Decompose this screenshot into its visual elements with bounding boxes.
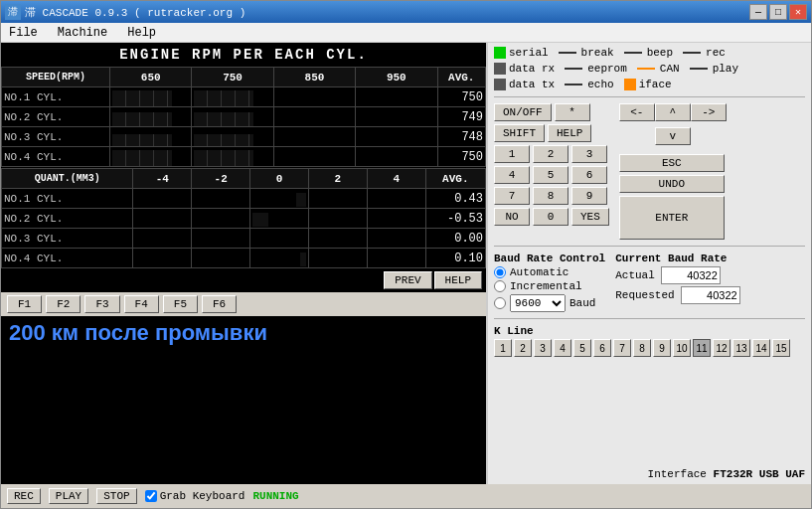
stop-button[interactable]: STOP: [96, 488, 136, 504]
onoff-button[interactable]: ON/OFF: [494, 103, 552, 121]
kline-5[interactable]: 5: [573, 339, 591, 357]
rpm-header-950: 950: [356, 68, 437, 87]
num1-button[interactable]: 1: [494, 145, 530, 163]
kline-6[interactable]: 6: [593, 339, 611, 357]
rpm-label-1: NO.1 CYL.: [2, 87, 110, 107]
requested-value[interactable]: [681, 286, 740, 304]
baud-value-row: 9600 19200 38400 Baud: [494, 294, 605, 312]
datarx-label: data rx: [509, 63, 555, 75]
chart-title: ENGINE RPM PER EACH CYL.: [1, 43, 486, 67]
kline-13[interactable]: 13: [732, 339, 750, 357]
arrow-right-button[interactable]: ->: [691, 103, 727, 121]
f6-button[interactable]: F6: [202, 295, 237, 313]
left-panel: ENGINE RPM PER EACH CYL. SPEED(RPM) 650 …: [1, 43, 488, 484]
kline-9[interactable]: 9: [653, 339, 671, 357]
baud-select[interactable]: 9600 19200 38400: [510, 294, 566, 312]
kline-7[interactable]: 7: [613, 339, 631, 357]
rec-button[interactable]: REC: [7, 488, 41, 504]
automatic-radio-label[interactable]: Automatic: [494, 266, 605, 278]
indicators-row1: serial break beep rec: [494, 47, 805, 59]
quant-bar-2-2: [192, 209, 250, 229]
shift-button[interactable]: SHIFT: [494, 124, 545, 142]
arrow-up-button[interactable]: ^: [655, 103, 691, 121]
play-label: play: [713, 63, 738, 75]
enter-button[interactable]: ENTER: [619, 196, 725, 240]
f2-button[interactable]: F2: [46, 295, 81, 313]
quant-bar-1-1: [133, 189, 192, 209]
kline-1[interactable]: 1: [494, 339, 512, 357]
f3-button[interactable]: F3: [84, 295, 119, 313]
kline-3[interactable]: 3: [534, 339, 552, 357]
baud-value-radio[interactable]: [494, 297, 506, 309]
rpm-bar-4-850: [273, 147, 355, 167]
baud-area: Baud Rate Control Automatic Incremental …: [494, 253, 805, 312]
num5-button[interactable]: 5: [533, 166, 568, 184]
arrow-down-button[interactable]: v: [655, 127, 691, 145]
f5-button[interactable]: F5: [163, 295, 198, 313]
quant-header-plus4: 4: [367, 169, 425, 189]
incremental-radio[interactable]: [494, 280, 506, 292]
maximize-button[interactable]: □: [769, 4, 787, 20]
kline-8[interactable]: 8: [633, 339, 651, 357]
num9-button[interactable]: 9: [571, 187, 607, 205]
kline-11[interactable]: 11: [693, 339, 711, 357]
quant-bar-4-2: [192, 249, 250, 268]
menu-help[interactable]: Help: [123, 25, 160, 41]
kline-4[interactable]: 4: [554, 339, 571, 357]
arrow-left-button[interactable]: <-: [619, 103, 655, 121]
kline-14[interactable]: 14: [752, 339, 770, 357]
num6-button[interactable]: 6: [571, 166, 607, 184]
kline-15[interactable]: 15: [772, 339, 790, 357]
star-button[interactable]: *: [555, 103, 590, 121]
left-controls: ON/OFF * SHIFT HELP 1 2 3: [494, 103, 609, 226]
grab-keyboard-checkbox[interactable]: [145, 490, 157, 502]
num3-button[interactable]: 3: [571, 145, 607, 163]
esc-button[interactable]: ESC: [619, 154, 725, 172]
quant-bar-4-1: [133, 249, 192, 268]
num7-button[interactable]: 7: [494, 187, 530, 205]
f4-button[interactable]: F4: [124, 295, 159, 313]
play-button[interactable]: PLAY: [49, 488, 88, 504]
echo-dash: [565, 84, 582, 85]
automatic-radio[interactable]: [494, 266, 506, 278]
can-dash: [637, 68, 655, 70]
num0-button[interactable]: 0: [533, 208, 568, 226]
grab-keyboard-text: Grab Keyboard: [160, 490, 245, 502]
num4-button[interactable]: 4: [494, 166, 530, 184]
actual-value[interactable]: [661, 266, 721, 284]
play-indicator: play: [690, 63, 738, 75]
chart-help-button[interactable]: HELP: [434, 271, 482, 289]
menu-file[interactable]: File: [5, 25, 42, 41]
yes-button[interactable]: YES: [571, 208, 609, 226]
incremental-radio-label[interactable]: Incremental: [494, 280, 605, 292]
minimize-button[interactable]: —: [749, 4, 767, 20]
close-button[interactable]: ✕: [789, 4, 807, 20]
quant-bar-1-3: [250, 189, 309, 209]
help-ctrl-button[interactable]: HELP: [548, 124, 591, 142]
numpad-row2: 4 5 6: [494, 166, 609, 184]
kline-12[interactable]: 12: [713, 339, 731, 357]
quant-row-4: NO.4 CYL. 0.10: [2, 249, 486, 268]
datatx-dot: [494, 79, 506, 90]
datarx-dot: [494, 63, 506, 75]
quant-header-avg: AVG.: [425, 169, 485, 189]
kline-10[interactable]: 10: [673, 339, 691, 357]
quant-bar-1-4: [308, 189, 367, 209]
no-button[interactable]: NO: [494, 208, 530, 226]
numpad-row1: 1 2 3: [494, 145, 609, 163]
kline-2[interactable]: 2: [514, 339, 532, 357]
rpm-bar-2-850: [273, 107, 355, 127]
rpm-header-row: SPEED(RPM) 650 750 850 950 AVG.: [2, 68, 486, 87]
requested-label: Requested: [615, 289, 674, 301]
rpm-row-3: NO.3 CYL.: [2, 127, 486, 147]
datarx-indicator: data rx: [494, 63, 555, 75]
grab-keyboard-label[interactable]: Grab Keyboard: [145, 490, 245, 502]
num2-button[interactable]: 2: [533, 145, 568, 163]
beep-label: beep: [647, 47, 673, 59]
undo-button[interactable]: UNDO: [619, 175, 725, 193]
quant-bar-4-5: [367, 249, 425, 268]
num8-button[interactable]: 8: [533, 187, 568, 205]
f1-button[interactable]: F1: [7, 295, 42, 313]
menu-machine[interactable]: Machine: [54, 25, 111, 41]
prev-button[interactable]: PREV: [384, 271, 431, 289]
